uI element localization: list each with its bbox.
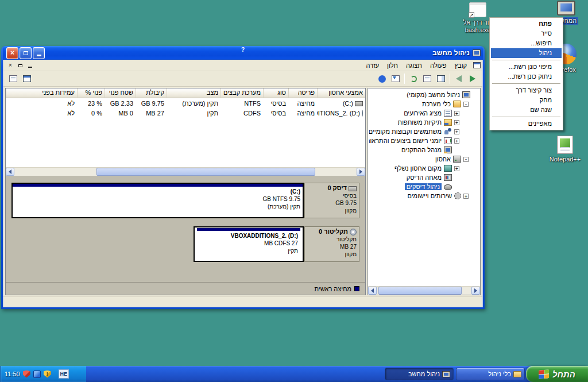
context-menu-item-disconnect-network-drive[interactable]: ניתוק כונן רשת... (491, 72, 562, 82)
context-menu-item-explore[interactable]: סייר (491, 29, 562, 38)
updates-tray-icon[interactable] (44, 371, 51, 378)
notepadpp-label: Notepad++ (544, 156, 586, 163)
context-menu-separator (492, 83, 560, 84)
start-button[interactable]: התחל (526, 366, 588, 382)
context-menu-item-open[interactable]: פתח (491, 19, 562, 29)
window-client-area: קובץ פעולה תצוגה חלון עזרה × (3, 60, 483, 307)
users-icon (444, 128, 452, 135)
disk-management-icon (444, 184, 452, 190)
desktop: { "desktop": { "icons": { "bash_shortcut… (0, 0, 588, 382)
device-manager-icon (444, 146, 452, 153)
event-viewer-icon (444, 110, 452, 117)
context-menu-item-map-network-drive[interactable]: מיפוי כונן רשת... (491, 62, 562, 72)
services-icon (454, 192, 461, 199)
removable-storage-icon (444, 165, 452, 172)
toolbar (3, 71, 482, 87)
my-computer-icon (557, 1, 575, 16)
shortcut-arrow-icon: ↗ (469, 12, 474, 18)
windows-flag-icon (539, 369, 549, 379)
help-icon (378, 75, 386, 83)
language-indicator[interactable]: HE (59, 369, 69, 379)
storage-icon (453, 156, 461, 163)
list-view-icon (9, 75, 17, 82)
new-window-icon (23, 75, 31, 82)
context-menu-item-create-shortcut[interactable]: צור קיצור דרך (491, 86, 562, 95)
scrollbar-thumb[interactable] (96, 168, 315, 176)
performance-icon (444, 137, 452, 144)
context-menu-item-search[interactable]: חיפוש... (491, 38, 562, 48)
taskbar: התחל כלי ניהול ניהול מחשב 11:50 HE (0, 366, 588, 382)
bash-shortcut-icon: ↗ (469, 2, 486, 17)
help-button[interactable] (375, 72, 389, 85)
taskbar-clock[interactable]: 11:50 (5, 371, 20, 377)
start-label: התחל (552, 369, 575, 379)
desktop-icon-notepadpp[interactable]: Notepad++ (544, 136, 586, 163)
context-menu-separator (492, 117, 560, 117)
context-menu-item-rename[interactable]: שנה שם (491, 105, 562, 115)
context-menu-item-manage[interactable]: ניהול (491, 48, 562, 58)
taskbar-button-computer-management[interactable]: ניהול מחשב (385, 368, 454, 380)
context-menu-separator (492, 60, 560, 60)
folder-icon (453, 101, 461, 107)
defragmenter-icon (444, 174, 452, 181)
context-menu-item-delete[interactable]: מחק (491, 95, 562, 105)
taskbar-button-admin-tools[interactable]: כלי ניהול (456, 368, 525, 380)
system-tray: 11:50 HE (0, 366, 86, 382)
volume-list-horizontal-scrollbar[interactable] (6, 167, 365, 176)
virtualbox-tray-icon[interactable] (33, 371, 41, 378)
context-menu-item-properties[interactable]: מאפיינים (491, 119, 562, 129)
my-computer-context-menu: פתח סייר חיפוש... ניהול מיפוי כונן רשת..… (489, 17, 563, 130)
computer-icon (462, 91, 470, 98)
notepadpp-icon (557, 136, 573, 154)
computer-icon (442, 371, 450, 377)
scrollbar-thumb[interactable] (378, 287, 462, 295)
computer-management-window: ניהול מחשב × קובץ פעולה תצוגה חלון עזרה … (1, 46, 485, 309)
shared-folders-icon (444, 119, 452, 126)
tree-horizontal-scrollbar[interactable] (368, 286, 480, 295)
folder-icon (513, 371, 521, 377)
security-alert-tray-icon[interactable] (23, 371, 30, 378)
